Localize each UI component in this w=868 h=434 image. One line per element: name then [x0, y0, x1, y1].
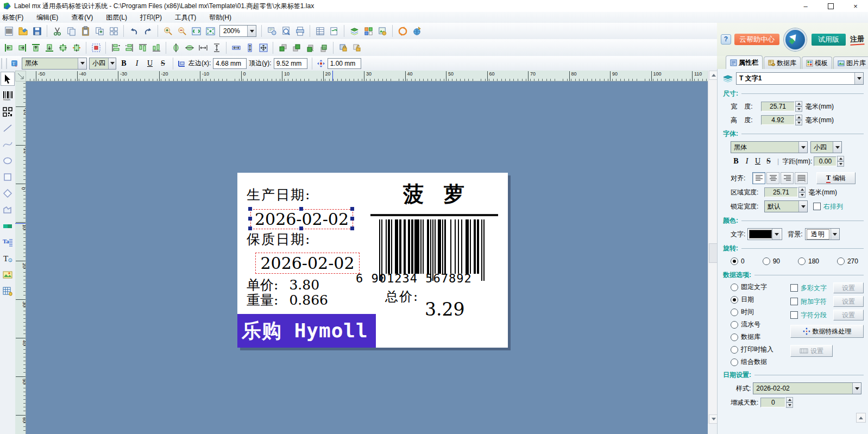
total-price-label[interactable]: 总价:: [385, 288, 419, 305]
text-tool[interactable]: T1: [1, 252, 14, 265]
new-label-icon[interactable]: [2, 24, 15, 37]
left-x-field[interactable]: 4.68 mm: [213, 58, 247, 69]
update-icon[interactable]: [396, 24, 409, 37]
serial-number-icon[interactable]: [328, 24, 341, 37]
fit-width-icon[interactable]: [204, 24, 217, 37]
zoom-in-icon[interactable]: [161, 24, 174, 37]
fit-page-icon[interactable]: [190, 24, 203, 37]
append-chars-settings-button[interactable]: 设置: [833, 296, 864, 307]
font-family-select[interactable]: 黑体: [22, 58, 87, 70]
open-file-icon[interactable]: [16, 24, 29, 37]
same-width-icon[interactable]: [230, 41, 242, 54]
expiry-date-object[interactable]: 2026-02-02: [255, 253, 360, 274]
copy-icon[interactable]: [65, 24, 78, 37]
weight-row[interactable]: 重量:0.866: [247, 291, 328, 309]
tab-images[interactable]: 图片库: [833, 56, 868, 69]
same-size-icon[interactable]: [257, 41, 269, 54]
text-color-select[interactable]: [747, 228, 782, 240]
object-selector-arrow[interactable]: [854, 73, 863, 84]
zoom-dropdown-arrow[interactable]: [247, 26, 256, 36]
lock-width-select[interactable]: 默认: [764, 200, 808, 212]
align-center-v-icon[interactable]: [70, 41, 83, 54]
selection-handle[interactable]: [299, 207, 303, 211]
font-family-arrow[interactable]: [78, 58, 86, 69]
menu-edit[interactable]: 编辑(E): [35, 12, 59, 23]
multicolor-text-checkbox[interactable]: [790, 284, 798, 292]
radio-serial[interactable]: 流水号: [731, 320, 790, 329]
paste-icon[interactable]: [79, 24, 92, 37]
image-tool[interactable]: [1, 268, 14, 281]
lock-icon[interactable]: [337, 41, 349, 54]
zoom-select[interactable]: 200%: [219, 25, 256, 37]
rotate-180[interactable]: 180: [798, 257, 819, 265]
bg-color-select[interactable]: 透明: [805, 228, 840, 240]
align-right-button[interactable]: [781, 172, 794, 184]
char-segment-checkbox[interactable]: [790, 311, 798, 319]
char-spacing-spinner[interactable]: [837, 156, 844, 167]
radio-database[interactable]: 数据库: [731, 332, 790, 342]
label-page[interactable]: 生产日期: 2026-02-02 保质日期: 2026-02-02 单价:3.8…: [237, 173, 508, 348]
selection-handle[interactable]: [248, 217, 252, 221]
align-justify-button[interactable]: [795, 172, 808, 184]
height-spinner[interactable]: [795, 115, 802, 125]
minimize-button[interactable]: –: [793, 0, 818, 12]
panel-scroll-up[interactable]: [856, 413, 866, 423]
horizontal-ruler[interactable]: -50-40-30-20-100102030405060708090100110…: [26, 71, 708, 81]
rotate-0[interactable]: 0: [731, 257, 745, 265]
area-width-spinner[interactable]: [798, 187, 806, 198]
toolbar-grip[interactable]: [1, 58, 7, 69]
panel-strike-button[interactable]: S: [763, 157, 774, 166]
radio-time[interactable]: 时间: [731, 307, 790, 317]
radio-print-input[interactable]: 打印时输入: [731, 345, 790, 354]
total-price-value[interactable]: 3.29: [425, 299, 464, 320]
lock-width-arrow[interactable]: [798, 201, 807, 212]
align-bottom-icon[interactable]: [43, 41, 55, 54]
area-width-field[interactable]: 25.71: [764, 187, 798, 197]
rotate-90[interactable]: 90: [763, 257, 780, 265]
panel-font-arrow[interactable]: [798, 142, 807, 153]
font-size-arrow[interactable]: [108, 58, 116, 69]
panel-bold-button[interactable]: B: [731, 157, 741, 166]
equal-v-spacing-icon[interactable]: [210, 41, 223, 54]
design-canvas[interactable]: 生产日期: 2026-02-02 保质日期: 2026-02-02 单价:3.8…: [26, 81, 708, 434]
send-back-icon[interactable]: [290, 41, 303, 54]
char-spacing-field[interactable]: 0.00: [814, 156, 836, 166]
canvas-vscrollbar[interactable]: [708, 71, 718, 424]
template-library-icon[interactable]: [362, 24, 375, 37]
distribute-bottom-icon[interactable]: [150, 41, 162, 54]
redo-icon[interactable]: [141, 24, 154, 37]
barcode-tool[interactable]: 911025: [1, 89, 14, 102]
align-top-icon[interactable]: [29, 41, 42, 54]
zoom-out-icon[interactable]: [175, 24, 188, 37]
line-tool[interactable]: [1, 122, 14, 135]
selection-handle[interactable]: [350, 207, 354, 211]
width-spinner[interactable]: [795, 101, 802, 112]
italic-button[interactable]: I: [131, 59, 142, 68]
print-setup-icon[interactable]: [265, 24, 278, 37]
unlock-icon[interactable]: [350, 41, 363, 54]
menu-layer[interactable]: 图层(L): [105, 12, 128, 23]
print-preview-icon[interactable]: [279, 24, 292, 37]
menu-view[interactable]: 查看(V): [70, 12, 94, 23]
menu-print[interactable]: 打印(P): [139, 12, 163, 23]
text-color-arrow[interactable]: [772, 229, 781, 240]
align-center-h-icon[interactable]: [56, 41, 69, 54]
selection-handle[interactable]: [248, 227, 252, 230]
bg-color-arrow[interactable]: [831, 229, 839, 240]
selection-handle[interactable]: [248, 207, 252, 211]
qrcode-tool[interactable]: [1, 105, 14, 118]
distribute-top-icon[interactable]: [136, 41, 149, 54]
ellipse-tool[interactable]: [1, 154, 14, 167]
selection-handle[interactable]: [350, 227, 354, 230]
table-tool[interactable]: [1, 285, 14, 298]
expiry-date-label[interactable]: 保质日期:: [247, 230, 311, 248]
height-field[interactable]: 4.92: [761, 115, 795, 125]
distribute-right-icon[interactable]: [123, 41, 135, 54]
fill-gradient-tool[interactable]: [1, 219, 14, 232]
save-icon[interactable]: [30, 24, 43, 37]
store-banner[interactable]: 乐购 Hymoll: [237, 314, 376, 348]
date-style-select[interactable]: 2026-02-02: [753, 382, 861, 394]
data-table-icon[interactable]: [313, 24, 326, 37]
center-vertical-icon[interactable]: [169, 41, 182, 54]
rect-tool[interactable]: [1, 171, 14, 184]
